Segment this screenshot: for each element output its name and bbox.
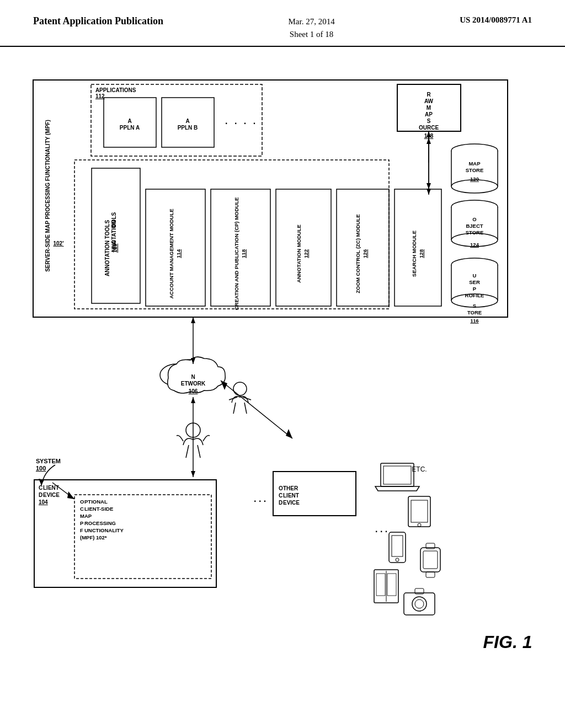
svg-text:THER: THER: [283, 485, 299, 491]
svg-point-84: [418, 523, 421, 527]
appln-b-label: A: [185, 118, 189, 124]
network-label: N: [191, 374, 195, 380]
svg-rect-95: [387, 574, 396, 596]
svg-text:AP: AP: [425, 111, 433, 117]
svg-rect-94: [376, 574, 385, 596]
svg-text:STORE: STORE: [466, 167, 484, 173]
map-store-number: 120: [470, 176, 479, 182]
diagram-svg: SERVER-SIDE MAP PROCESSING FUNCTIONALITY…: [22, 52, 541, 714]
system-number: 100: [36, 465, 46, 472]
tablet-icon: [408, 496, 430, 527]
svg-text:ETWORK: ETWORK: [181, 381, 206, 387]
svg-point-66: [233, 382, 247, 395]
network-to-other-arrow: [286, 429, 292, 438]
patent-number: US 2014/0089771 A1: [460, 15, 532, 25]
svg-text:YSTEM: YSTEM: [40, 458, 61, 464]
svg-text:ZOOM CONTROL (ZC) MODULE: ZOOM CONTROL (ZC) MODULE: [355, 214, 361, 293]
server-number: 102': [53, 240, 63, 247]
svg-text:F: F: [80, 527, 83, 533]
svg-text:M: M: [427, 105, 431, 111]
svg-rect-91: [426, 572, 435, 577]
svg-point-87: [396, 558, 399, 561]
svg-text:114: 114: [175, 249, 182, 258]
date: Mar. 27, 2014: [289, 17, 335, 26]
svg-text:ROCESSING: ROCESSING: [84, 520, 116, 526]
network-number: 106: [189, 388, 198, 394]
svg-text:P: P: [473, 286, 477, 292]
ereader-icon: [374, 570, 398, 603]
fig-label: FIG. 1: [483, 632, 532, 652]
object-store-number: 124: [470, 242, 479, 248]
map-store-label: MAP: [468, 160, 481, 167]
client-device-label: C: [39, 485, 42, 491]
zoom-control-text: ZOOM CONTROL (ZC) MODULE 126: [355, 214, 368, 293]
svg-text:D: D: [279, 500, 282, 506]
svg-line-79: [198, 445, 200, 458]
svg-text:110: 110: [112, 243, 118, 253]
svg-text:118: 118: [241, 249, 247, 258]
appln-a-label: A: [127, 118, 131, 124]
creation-pub-text: CREATION AND PUBLICATION (CP) MODULE 118: [233, 197, 247, 311]
account-mgmt-box: [146, 189, 205, 306]
svg-text:STORE: STORE: [466, 229, 484, 235]
network-to-server-arrow: [191, 317, 195, 323]
svg-rect-81: [383, 466, 411, 484]
svg-text:D: D: [39, 492, 42, 498]
phone-icon: [389, 532, 406, 563]
svg-rect-80: [381, 463, 414, 486]
object-store-label: O: [472, 216, 476, 222]
svg-text:ANNOTATION MODULE: ANNOTATION MODULE: [296, 224, 302, 283]
svg-text:AW: AW: [424, 98, 434, 104]
svg-text:OURCE: OURCE: [419, 125, 439, 131]
sheet-info: Mar. 27, 2014 Sheet 1 of 18: [289, 15, 335, 40]
svg-text:128: 128: [418, 249, 424, 258]
svg-text:EVICE: EVICE: [283, 500, 300, 506]
svg-point-97: [412, 597, 427, 611]
svg-text:PTIONAL: PTIONAL: [84, 499, 108, 505]
svg-text:P: P: [80, 520, 84, 526]
other-to-network-arrow: [221, 381, 227, 390]
account-mgmt-text: ACCOUNT MANAGEMENT MODULE 114: [168, 208, 182, 298]
client-to-network-arrow: [191, 397, 195, 403]
svg-text:122: 122: [303, 249, 309, 258]
app-dots: . . . .: [225, 116, 258, 126]
optional-label: O: [80, 499, 84, 505]
network-to-client-arrow: [191, 471, 195, 477]
svg-text:PPLICATIONS: PPLICATIONS: [99, 87, 136, 93]
sheet-number: Sheet 1 of 18: [290, 30, 334, 39]
zoom-control-box: [337, 189, 389, 306]
user-profile-label: U: [473, 272, 477, 279]
other-client-label: O: [279, 485, 283, 491]
publication-title: Patent Application Publication: [33, 15, 163, 27]
svg-line-78: [186, 445, 189, 458]
svg-text:(MPF) 102*: (MPF) 102*: [80, 534, 107, 540]
svg-point-98: [415, 599, 424, 608]
client-device-box: [34, 480, 216, 587]
svg-text:ACCOUNT MANAGEMENT MODULE: ACCOUNT MANAGEMENT MODULE: [168, 208, 174, 298]
svg-text:BJECT: BJECT: [466, 223, 483, 229]
search-module-box: [395, 189, 441, 306]
svg-text:C: C: [80, 506, 84, 512]
svg-text:CREATION AND PUBLICATION (CP) : CREATION AND PUBLICATION (CP) MODULE: [233, 197, 239, 311]
svg-text:ROFILE: ROFILE: [465, 292, 484, 298]
svg-text:PPLN A: PPLN A: [120, 125, 140, 131]
svg-text:C: C: [279, 493, 282, 499]
svg-rect-96: [404, 593, 435, 615]
svg-rect-86: [392, 536, 403, 556]
svg-text:OOLS: OOLS: [111, 212, 117, 228]
svg-text:ANNOTATION TOOLS: ANNOTATION TOOLS: [104, 220, 110, 277]
svg-text:M: M: [80, 513, 84, 519]
system-arrow: [67, 491, 74, 499]
annotation-module-box: [276, 189, 331, 306]
server-inner-dashed-box: [74, 160, 389, 309]
svg-rect-83: [411, 500, 428, 522]
svg-text:SEARCH MODULE: SEARCH MODULE: [411, 231, 417, 277]
creation-pub-box: [211, 189, 270, 306]
client-device-number: 104: [39, 499, 48, 505]
svg-text:EVICE: EVICE: [43, 492, 60, 498]
svg-line-70: [244, 403, 247, 414]
svg-line-69: [233, 403, 236, 414]
svg-text:126: 126: [362, 249, 368, 258]
diagram-area: SERVER-SIDE MAP PROCESSING FUNCTIONALITY…: [0, 47, 565, 720]
svg-text:LIENT: LIENT: [43, 485, 59, 491]
